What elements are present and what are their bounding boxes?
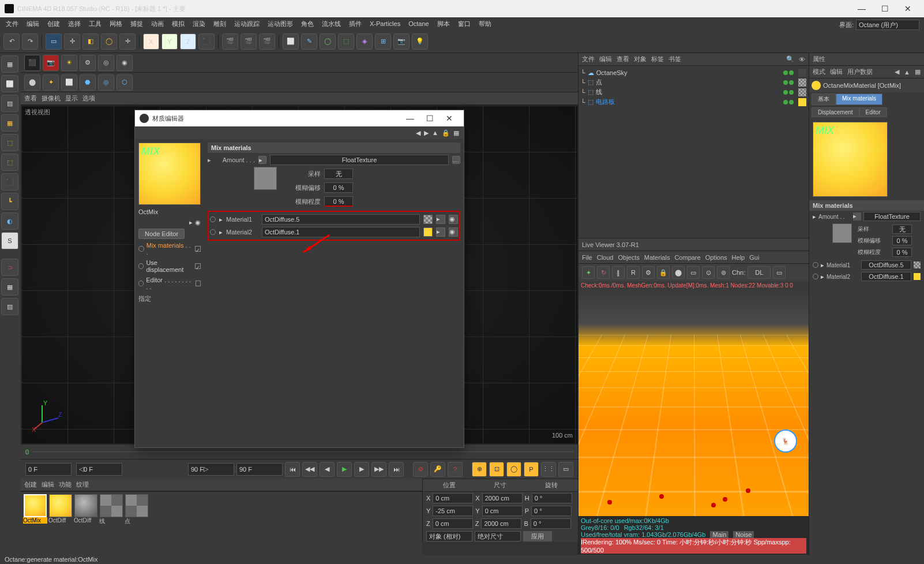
add-cube-button[interactable]: ⬜ xyxy=(283,33,299,50)
menu-sculpt[interactable]: 雕刻 xyxy=(210,18,230,29)
snap-s-button[interactable]: S xyxy=(1,232,18,249)
oct2-btn-4[interactable]: ⬣ xyxy=(80,74,96,91)
goto-start-button[interactable]: ⏮ xyxy=(285,462,300,477)
lv-menu-help[interactable]: Help xyxy=(732,254,745,261)
menu-mograph[interactable]: 运动图形 xyxy=(264,18,296,29)
tag-icon[interactable] xyxy=(798,88,806,96)
sample-field[interactable]: 无 xyxy=(324,169,353,179)
amount-arrow-button[interactable]: ▸ xyxy=(258,156,266,164)
lv-menu-options[interactable]: Options xyxy=(705,254,727,261)
matwin-nav-fwd-icon[interactable]: ▶ xyxy=(424,129,429,137)
coord-y-size[interactable]: 0 cm xyxy=(482,506,523,516)
lv-settings-button[interactable]: ⚙ xyxy=(642,266,655,279)
tag-icon[interactable] xyxy=(798,98,806,106)
next-key-button[interactable]: ▶▶ xyxy=(371,462,386,477)
add-deformer-button[interactable]: ◈ xyxy=(356,33,373,50)
texture-thumb[interactable] xyxy=(254,167,277,190)
menu-simulate[interactable]: 模拟 xyxy=(168,18,188,29)
lv-pause-button[interactable]: ‖ xyxy=(612,266,625,279)
coord-p-rot[interactable]: 0 ° xyxy=(531,506,572,516)
vp-menu-camera[interactable]: 摄像机 xyxy=(42,94,61,103)
select-tool[interactable]: ▭ xyxy=(46,33,62,50)
lv-pick-button[interactable]: ⊙ xyxy=(702,266,715,279)
goto-end-button[interactable]: ⏭ xyxy=(389,462,404,477)
texture-mode-button[interactable]: ▨ xyxy=(1,95,18,112)
matwin-preview[interactable]: MIX xyxy=(138,143,201,205)
oct-btn-5[interactable]: ◎ xyxy=(98,55,114,71)
add-light-button[interactable]: 💡 xyxy=(412,33,428,50)
key-scale-button[interactable]: ⊡ xyxy=(489,462,504,477)
menu-window[interactable]: 窗口 xyxy=(455,18,474,29)
coord-mode2[interactable]: 绝对尺寸 xyxy=(475,531,521,541)
tag-icon[interactable] xyxy=(798,79,806,87)
play-button[interactable]: ▶ xyxy=(337,462,352,477)
attrs-menu-mode[interactable]: 模式 xyxy=(813,68,825,76)
menu-xparticles[interactable]: X-Particles xyxy=(366,19,404,28)
material-line[interactable]: 线 xyxy=(99,494,123,552)
material-point[interactable]: 点 xyxy=(125,494,149,552)
attrs-menu-edit[interactable]: 编辑 xyxy=(830,68,843,76)
add-pen-button[interactable]: ✎ xyxy=(301,33,317,50)
close-button[interactable]: ✕ xyxy=(896,0,919,17)
frame-end-field[interactable]: 90 F ▷ xyxy=(188,463,234,476)
material-octdiff1[interactable]: OctDiff xyxy=(48,494,73,552)
menu-mesh[interactable]: 网格 xyxy=(106,18,126,29)
tab-basic[interactable]: 基本 xyxy=(812,94,836,105)
axis-z-button[interactable]: Z xyxy=(180,33,196,50)
key-param-button[interactable]: P xyxy=(524,462,539,477)
attrs-bluroffset-field[interactable]: 0 % xyxy=(892,236,912,245)
add-env-button[interactable]: ⊞ xyxy=(375,33,391,50)
editor-option[interactable]: Editor . . . . . . . . . . xyxy=(138,276,201,291)
undo-button[interactable]: ↶ xyxy=(3,33,20,50)
menu-tracking[interactable]: 运动跟踪 xyxy=(231,18,263,29)
make-editable-button[interactable]: ▦ xyxy=(1,55,18,73)
oct2-btn-5[interactable]: ◎ xyxy=(98,74,114,91)
attrs-preview[interactable]: MIX xyxy=(813,122,888,197)
attrs-floattex-field[interactable]: FloatTexture xyxy=(863,212,921,221)
tag-icon[interactable] xyxy=(798,69,806,77)
coord-mode1[interactable]: 对象 (相对) xyxy=(426,531,472,541)
mat1-pick-icon[interactable]: ◉ xyxy=(449,215,458,224)
menu-animate[interactable]: 动画 xyxy=(148,18,167,29)
menu-character[interactable]: 角色 xyxy=(298,18,317,29)
rotate-tool[interactable]: ◯ xyxy=(101,33,117,50)
attrs-blurscale-field[interactable]: 0 % xyxy=(892,248,912,257)
attrs-amount-arrow-button[interactable]: ▸ xyxy=(853,212,861,221)
matwin-minimize-button[interactable]: — xyxy=(400,110,420,126)
oct2-btn-1[interactable]: ⬤ xyxy=(24,74,40,91)
float-texture-field[interactable]: FloatTexture xyxy=(270,155,449,165)
render-pv-button[interactable]: 🎬 xyxy=(241,33,257,50)
misc-button[interactable]: ▨ xyxy=(1,298,18,315)
mat-menu-func[interactable]: 功能 xyxy=(59,480,72,489)
mat2-arrow-icon[interactable]: ▸ xyxy=(436,227,445,237)
attrs-mat1-field[interactable]: OctDiffuse.5 xyxy=(861,260,911,270)
mat1-arrow-icon[interactable]: ▸ xyxy=(436,215,445,224)
lv-restart-button[interactable]: ↻ xyxy=(597,266,610,279)
blur-offset-field[interactable]: 0 % xyxy=(324,182,353,193)
lock-button[interactable]: ▦ xyxy=(1,278,18,296)
menu-plugins[interactable]: 插件 xyxy=(345,18,365,29)
oct2-btn-2[interactable]: ✦ xyxy=(43,74,59,91)
matwin-titlebar[interactable]: 材质编辑器 — ☐ ✕ xyxy=(135,110,464,126)
frame-start-field[interactable]: 0 F xyxy=(25,463,72,476)
tab-editor[interactable]: Editor xyxy=(859,107,887,117)
key-pos-button[interactable]: ⊕ xyxy=(472,462,487,477)
coord-x-pos[interactable]: 0 cm xyxy=(433,493,473,503)
mat-menu-tex[interactable]: 纹理 xyxy=(76,480,89,489)
vp-menu-options[interactable]: 选项 xyxy=(82,94,95,103)
axis-y-button[interactable]: Y xyxy=(161,33,178,50)
move-tool[interactable]: ✢ xyxy=(64,33,80,50)
key-rot-button[interactable]: ◯ xyxy=(506,462,521,477)
coord-b-rot[interactable]: 0 ° xyxy=(531,518,571,529)
matwin-nav-up-icon[interactable]: ▲ xyxy=(432,129,438,136)
menu-help[interactable]: 帮助 xyxy=(475,18,495,29)
overlay-noise-button[interactable]: Noise xyxy=(733,531,754,538)
material-octdiff2[interactable]: OctDiff xyxy=(74,494,98,552)
vp-menu-display[interactable]: 显示 xyxy=(65,94,78,103)
om-search-icon[interactable]: 🔍 xyxy=(786,55,794,63)
interface-dropdown[interactable]: Octane (用户) xyxy=(856,20,919,30)
oct-btn-2[interactable]: 📷 xyxy=(43,55,59,71)
overlay-main-button[interactable]: Main xyxy=(710,531,728,538)
lv-save-button[interactable]: ▭ xyxy=(773,266,786,279)
lv-menu-materials[interactable]: Materials xyxy=(644,254,670,261)
